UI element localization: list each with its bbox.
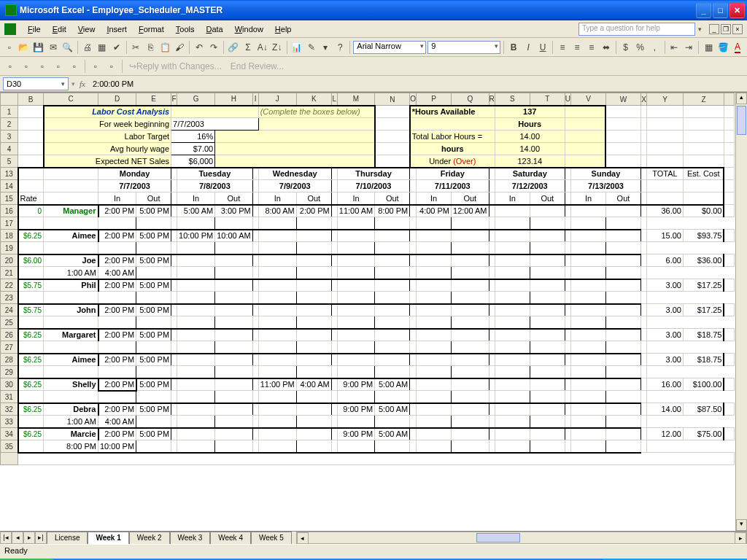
format-painter-icon[interactable]: 🖌 <box>173 40 186 55</box>
help-search[interactable]: Type a question for help <box>578 23 695 36</box>
rev2-icon[interactable]: ▫ <box>19 59 34 74</box>
vertical-scrollbar[interactable]: ▴ ▾ <box>735 93 747 531</box>
col-header[interactable]: H <box>215 93 252 106</box>
rev6-icon[interactable]: ▫ <box>88 59 103 74</box>
row-header[interactable]: 17 <box>1 217 18 230</box>
col-header[interactable]: I <box>252 93 258 106</box>
scroll-up-icon[interactable]: ▴ <box>736 93 747 104</box>
menu-help[interactable]: Help <box>269 23 298 35</box>
col-header[interactable]: F <box>171 93 177 106</box>
row-header[interactable]: 14 <box>1 180 18 192</box>
chart-icon[interactable]: 📊 <box>290 40 303 55</box>
close-button[interactable]: ✕ <box>729 3 745 18</box>
row-header[interactable]: 30 <box>1 378 18 391</box>
sheet-tab[interactable]: Week 3 <box>170 532 211 544</box>
comma-icon[interactable]: , <box>649 40 662 55</box>
new-icon[interactable]: ▫ <box>3 40 16 55</box>
cell[interactable] <box>646 106 683 118</box>
col-header[interactable]: S <box>495 93 530 106</box>
minimize-button[interactable]: _ <box>696 3 711 18</box>
col-header[interactable]: C <box>44 93 98 106</box>
formula-value[interactable]: 2:00:00 PM <box>90 79 136 88</box>
cell[interactable] <box>640 131 646 143</box>
col-header[interactable]: W <box>605 93 640 106</box>
italic-icon[interactable]: I <box>522 40 535 55</box>
row-header[interactable]: 34 <box>1 428 18 440</box>
copy-icon[interactable]: ⎘ <box>144 40 157 55</box>
cell[interactable] <box>683 155 724 168</box>
col-header[interactable]: K <box>296 93 331 106</box>
align-center-icon[interactable]: ≡ <box>570 40 584 55</box>
cell[interactable] <box>683 106 724 118</box>
menu-view[interactable]: View <box>72 23 101 35</box>
row-header[interactable]: 20 <box>1 254 18 267</box>
tab-prev-icon[interactable]: ◂ <box>12 532 23 544</box>
cell[interactable] <box>724 118 734 131</box>
font-name-select[interactable]: Arial Narrow <box>353 41 426 54</box>
cell[interactable] <box>724 143 734 155</box>
cell[interactable] <box>375 118 410 131</box>
cell[interactable] <box>646 131 683 143</box>
rev3-icon[interactable]: ▫ <box>35 59 50 74</box>
scroll-right-icon[interactable]: ▸ <box>735 532 746 544</box>
drawing-icon[interactable]: ✎ <box>305 40 318 55</box>
help-icon[interactable]: ? <box>333 40 347 55</box>
paste-icon[interactable]: 📋 <box>158 40 171 55</box>
print-icon[interactable]: 🖨 <box>81 40 94 55</box>
row-header[interactable]: 18 <box>1 230 18 242</box>
row-header[interactable]: 2 <box>1 118 18 131</box>
row-header[interactable]: 27 <box>1 341 18 354</box>
row-header[interactable]: 19 <box>1 242 18 254</box>
menu-format[interactable]: Format <box>133 23 170 35</box>
cell[interactable] <box>18 143 44 155</box>
underline-icon[interactable]: U <box>536 40 549 55</box>
row-header[interactable]: 13 <box>1 168 18 180</box>
doc-close-button[interactable]: × <box>732 24 743 34</box>
row-header[interactable] <box>1 453 18 465</box>
cell[interactable] <box>605 131 640 143</box>
cell[interactable] <box>640 118 646 131</box>
cell[interactable] <box>683 118 724 131</box>
row-header[interactable]: 31 <box>1 391 18 403</box>
redo-icon[interactable]: ↷ <box>207 40 220 55</box>
font-size-select[interactable]: 9 <box>427 41 500 54</box>
cell[interactable] <box>375 106 410 118</box>
cell[interactable] <box>724 131 734 143</box>
name-box[interactable]: D30 <box>3 77 69 90</box>
search-icon[interactable]: 🔍 <box>61 40 74 55</box>
cell[interactable] <box>18 106 44 118</box>
sheet-tab[interactable]: Week 4 <box>210 532 251 544</box>
sort-asc-icon[interactable]: A↓ <box>256 40 269 55</box>
menu-window[interactable]: Window <box>229 23 269 35</box>
cell[interactable] <box>724 106 734 118</box>
col-header[interactable]: E <box>136 93 171 106</box>
row-header[interactable]: 15 <box>1 192 18 205</box>
preview-icon[interactable]: ▦ <box>96 40 109 55</box>
row-header[interactable]: 5 <box>1 155 18 168</box>
rev5-icon[interactable]: ▫ <box>67 59 82 74</box>
rev7-icon[interactable]: ▫ <box>104 59 119 74</box>
col-header[interactable]: U <box>565 93 570 106</box>
cell[interactable] <box>683 131 724 143</box>
sheet-tab[interactable]: License <box>47 532 88 544</box>
cell[interactable] <box>375 155 410 168</box>
indent-inc-icon[interactable]: ⇥ <box>682 40 695 55</box>
scroll-thumb[interactable] <box>737 106 746 135</box>
zoom-icon[interactable]: ▾ <box>320 40 333 55</box>
cut-icon[interactable]: ✂ <box>129 40 142 55</box>
indent-dec-icon[interactable]: ⇤ <box>667 40 681 55</box>
cell[interactable] <box>605 118 640 131</box>
fill-color-icon[interactable]: 🪣 <box>716 40 729 55</box>
row-header[interactable]: 29 <box>1 366 18 378</box>
cell[interactable] <box>18 155 44 168</box>
col-header[interactable]: T <box>530 93 565 106</box>
tab-first-icon[interactable]: |◂ <box>0 532 12 544</box>
row-header[interactable]: 23 <box>1 292 18 304</box>
col-header[interactable]: Z <box>683 93 724 106</box>
row-header[interactable]: 26 <box>1 329 18 341</box>
row-header[interactable]: 24 <box>1 304 18 316</box>
save-icon[interactable]: 💾 <box>32 40 45 55</box>
cell[interactable] <box>683 143 724 155</box>
doc-restore-button[interactable]: ❐ <box>721 24 731 34</box>
menu-tools[interactable]: Tools <box>170 23 201 35</box>
